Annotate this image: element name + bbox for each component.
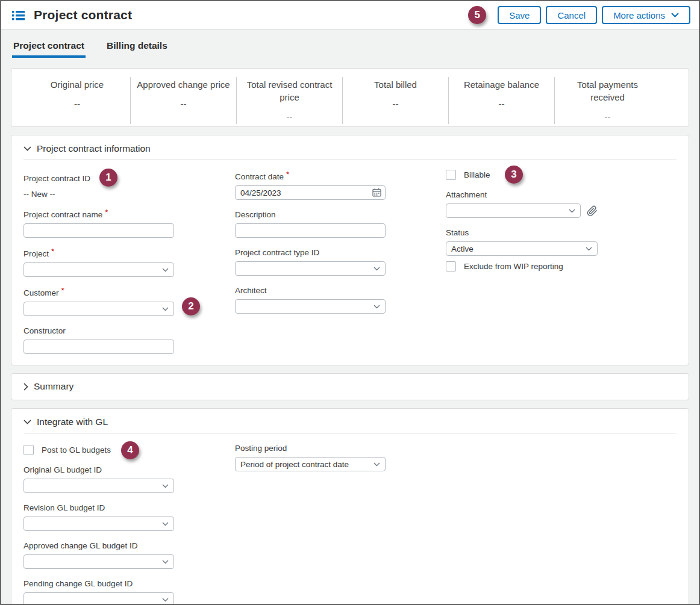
field-label: Status: [446, 228, 469, 237]
status-select[interactable]: Active: [446, 241, 598, 256]
list-menu-icon[interactable]: [12, 10, 25, 20]
field-label: Project: [23, 249, 49, 258]
stat-value: --: [454, 99, 549, 109]
tab-billing-details[interactable]: Billing details: [105, 38, 169, 58]
field-label: Description: [235, 210, 276, 219]
stat-total-payments-received: Total payments received --: [554, 77, 660, 124]
exclude-wip-checkbox[interactable]: [446, 261, 456, 271]
field-label: Revision GL budget ID: [23, 503, 105, 512]
field-revision-gl-budget-id: Revision GL budget ID: [23, 502, 174, 531]
app-window: Project contract 5 Save Cancel More acti…: [0, 0, 700, 605]
contract-totals-strip: Original price -- Approved change price …: [11, 68, 689, 127]
chevron-down-icon: [162, 268, 169, 272]
architect-select[interactable]: [235, 299, 386, 314]
field-customer: Customer* 2: [23, 286, 174, 316]
posting-period-value: Period of project contract date: [240, 460, 349, 469]
post-to-gl-budgets-checkbox[interactable]: [23, 445, 34, 455]
field-approved-change-gl-budget-id: Approved change GL budget ID: [23, 540, 174, 569]
billable-checkbox[interactable]: [446, 170, 456, 180]
section-title: Integrate with GL: [37, 417, 108, 427]
field-pending-change-gl-budget-id: Pending change GL budget ID: [23, 578, 174, 605]
field-exclude-wip: Exclude from WIP reporting: [446, 261, 598, 271]
attachment-select[interactable]: [446, 203, 581, 218]
section-summary: Summary: [11, 373, 689, 400]
field-project: Project*: [23, 247, 174, 277]
stat-label: Approved change price: [136, 78, 231, 91]
status-value: Active: [451, 244, 473, 253]
field-project-contract-name: Project contract name*: [23, 208, 174, 238]
field-label: Post to GL budgets: [42, 445, 111, 455]
calendar-icon[interactable]: [372, 188, 381, 197]
required-asterisk: *: [105, 208, 108, 217]
stat-label: Total revised contract price: [242, 78, 337, 104]
field-label: Attachment: [446, 190, 487, 199]
chevron-right-icon: [23, 383, 28, 391]
field-label: Original GL budget ID: [23, 465, 102, 474]
posting-period-select[interactable]: Period of project contract date: [235, 457, 386, 471]
chevron-down-icon: [373, 462, 380, 467]
field-label: Project contract name: [23, 210, 102, 219]
chevron-down-icon: [162, 484, 169, 488]
chevron-down-icon: [586, 247, 592, 251]
project-contract-name-input[interactable]: [23, 223, 174, 238]
annotation-badge-3: 3: [505, 166, 523, 184]
stat-label: Total billed: [348, 78, 443, 91]
field-label: Project contract type ID: [235, 248, 319, 257]
annotation-badge-5: 5: [468, 6, 486, 24]
section-header[interactable]: Integrate with GL: [23, 417, 677, 427]
field-label: Customer: [23, 288, 59, 297]
cancel-button[interactable]: Cancel: [546, 6, 597, 24]
field-description: Description: [235, 209, 386, 238]
field-original-gl-budget-id: Original GL budget ID: [23, 464, 174, 493]
annotation-badge-4: 4: [121, 441, 139, 459]
project-select[interactable]: [23, 262, 174, 277]
chevron-down-icon: [373, 267, 380, 271]
section-title: Summary: [34, 381, 73, 392]
field-posting-period: Posting period Period of project contrac…: [235, 442, 386, 471]
approved-change-gl-budget-select[interactable]: [23, 554, 174, 569]
annotation-badge-2: 2: [182, 297, 200, 315]
stat-retainage-balance: Retainage balance --: [448, 77, 554, 124]
section-header[interactable]: Summary: [23, 381, 677, 392]
section-integrate-with-gl: Integrate with GL Post to GL budgets 4 O…: [11, 408, 689, 605]
section-header[interactable]: Project contract information: [23, 143, 677, 154]
tab-bar: Project contract Billing details: [1, 38, 699, 58]
paperclip-icon[interactable]: [587, 205, 598, 217]
field-billable: Billable 3: [446, 170, 598, 180]
revision-gl-budget-select[interactable]: [23, 517, 174, 531]
chevron-down-icon: [23, 420, 31, 424]
chevron-down-icon: [162, 560, 169, 564]
field-contract-date: Contract date*: [235, 170, 386, 200]
field-status: Status Active: [446, 227, 598, 256]
stat-total-billed: Total billed --: [342, 77, 448, 124]
chevron-down-icon: [162, 307, 169, 311]
annotation-badge-1: 1: [99, 169, 117, 187]
page-title: Project contract: [34, 8, 132, 22]
field-label: Pending change GL budget ID: [23, 579, 133, 588]
required-asterisk: *: [286, 170, 289, 179]
field-post-to-gl-budgets: Post to GL budgets 4: [23, 445, 174, 455]
section-project-contract-information: Project contract information Project con…: [11, 135, 689, 365]
original-gl-budget-select[interactable]: [23, 479, 174, 493]
description-input[interactable]: [235, 223, 386, 238]
field-project-contract-type-id: Project contract type ID: [235, 247, 386, 276]
customer-select[interactable]: [23, 302, 174, 316]
stat-value: --: [29, 99, 125, 109]
save-button[interactable]: Save: [498, 6, 541, 24]
chevron-down-icon: [569, 209, 575, 213]
pending-change-gl-budget-select[interactable]: [23, 592, 174, 605]
chevron-down-icon: [373, 305, 380, 309]
field-label: Exclude from WIP reporting: [464, 262, 563, 271]
tab-project-contract[interactable]: Project contract: [12, 38, 86, 58]
contract-date-input[interactable]: [235, 185, 386, 200]
stat-original-price: Original price --: [24, 77, 130, 124]
section-title: Project contract information: [37, 143, 151, 154]
field-label: Billable: [464, 170, 490, 179]
more-actions-button[interactable]: More actions: [602, 6, 690, 24]
project-contract-type-select[interactable]: [235, 261, 386, 276]
stat-total-revised-contract-price: Total revised contract price --: [236, 77, 342, 124]
chevron-down-icon: [162, 598, 169, 602]
field-label: Project contract ID: [23, 174, 90, 183]
constructor-input[interactable]: [23, 340, 174, 354]
field-label: Approved change GL budget ID: [23, 541, 137, 550]
